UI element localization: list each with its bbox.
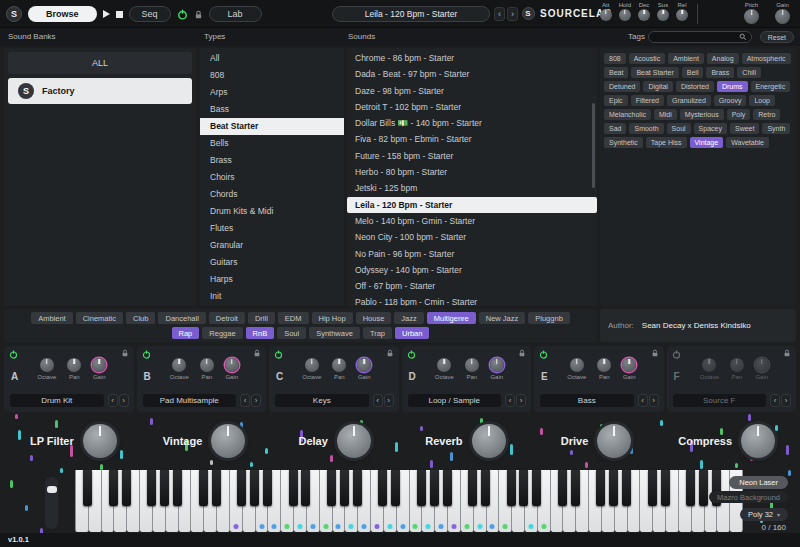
black-key[interactable] <box>109 470 118 506</box>
next-sample-button[interactable]: › <box>781 394 791 407</box>
sound-item[interactable]: Daze - 98 bpm - Starter <box>347 83 597 99</box>
pan-knob[interactable] <box>67 358 81 372</box>
reset-button[interactable]: Reset <box>760 31 794 43</box>
tag-synthetic[interactable]: Synthetic <box>604 137 643 148</box>
next-sample-button[interactable]: › <box>119 394 129 407</box>
black-key[interactable] <box>289 470 298 506</box>
tag-mysterious[interactable]: Mysterious <box>680 109 724 120</box>
genre-multigenre[interactable]: Multigenre <box>427 312 476 324</box>
channel-name-selector[interactable]: Source F <box>673 394 767 407</box>
bank-item-factory[interactable]: SFactory <box>8 78 192 104</box>
type-item-arps[interactable]: Arps <box>200 84 344 101</box>
sound-item[interactable]: Pablo - 118 bpm - Cmin - Starter <box>347 294 597 306</box>
tag-acoustic[interactable]: Acoustic <box>629 53 665 64</box>
black-key[interactable] <box>686 470 695 506</box>
sounds-scrollbar[interactable] <box>592 103 595 188</box>
tag-chill[interactable]: Chill <box>737 67 761 78</box>
fx-knob-delay[interactable] <box>337 424 371 458</box>
black-key[interactable] <box>263 470 272 506</box>
black-key[interactable] <box>237 470 246 506</box>
sound-item[interactable]: Detroit T - 102 bpm - Starter <box>347 99 597 115</box>
channel-power-icon[interactable] <box>9 350 18 359</box>
prev-sample-button[interactable]: ‹ <box>505 394 515 407</box>
channel-power-icon[interactable] <box>142 350 151 359</box>
sound-item[interactable]: Dollar Bills 💵 - 140 bpm - Starter <box>347 115 597 131</box>
black-key[interactable] <box>609 470 618 506</box>
white-key[interactable] <box>102 470 115 532</box>
pitch-wheel[interactable] <box>45 477 58 529</box>
pan-knob[interactable] <box>332 358 346 372</box>
pan-knob[interactable] <box>465 358 479 372</box>
tag-synth[interactable]: Synth <box>762 123 790 134</box>
white-key[interactable] <box>230 470 243 532</box>
sound-item[interactable]: Future - 158 bpm - Starter <box>347 148 597 164</box>
black-key[interactable] <box>648 470 657 506</box>
tag-beat[interactable]: Beat <box>604 67 628 78</box>
fx-knob-lp-filter[interactable] <box>83 424 117 458</box>
black-key[interactable] <box>571 470 580 506</box>
sound-item[interactable]: Leila - 120 Bpm - Starter <box>347 197 597 213</box>
tag-sweet[interactable]: Sweet <box>730 123 759 134</box>
fx-knob-vintage[interactable] <box>211 424 245 458</box>
type-item-choirs[interactable]: Choirs <box>200 169 344 186</box>
pitch-wheel-thumb[interactable] <box>47 486 57 493</box>
pan-knob[interactable] <box>730 358 744 372</box>
tag-epic[interactable]: Epic <box>604 95 628 106</box>
white-key[interactable] <box>410 470 423 532</box>
sound-item[interactable]: Fiva - 82 bpm - Ebmin - Starter <box>347 131 597 147</box>
dec-knob[interactable] <box>638 9 650 21</box>
genre-jazz[interactable]: Jazz <box>394 312 423 324</box>
type-item-bells[interactable]: Bells <box>200 135 344 152</box>
sound-item[interactable]: Herbo - 80 bpm - Starter <box>347 164 597 180</box>
prev-sample-button[interactable]: ‹ <box>240 394 250 407</box>
genre-hip-hop[interactable]: Hip Hop <box>312 312 353 324</box>
black-key[interactable] <box>699 470 708 506</box>
genre-rnb[interactable]: RnB <box>246 327 275 339</box>
gain-knob[interactable] <box>490 358 504 372</box>
white-key[interactable] <box>191 470 204 532</box>
octave-knob[interactable] <box>172 358 186 372</box>
channel-power-icon[interactable] <box>539 350 548 359</box>
black-key[interactable] <box>507 470 516 506</box>
black-key[interactable] <box>532 470 541 506</box>
tag-retro[interactable]: Retro <box>753 109 780 120</box>
type-item-808[interactable]: 808 <box>200 67 344 84</box>
channel-power-icon[interactable] <box>274 350 283 359</box>
black-key[interactable] <box>558 470 567 506</box>
master-gain-knob[interactable] <box>775 9 790 24</box>
black-key[interactable] <box>622 470 631 506</box>
black-key[interactable] <box>417 470 426 506</box>
octave-knob[interactable] <box>437 358 451 372</box>
white-key[interactable] <box>640 470 653 532</box>
channel-name-selector[interactable]: Drum Kit <box>10 394 104 407</box>
poly-mode-selector[interactable]: Poly 32 ▾ <box>740 508 788 521</box>
octave-knob[interactable] <box>570 358 584 372</box>
tag-loop[interactable]: Loop <box>749 95 775 106</box>
sound-item[interactable]: Odyssey - 140 bpm - Starter <box>347 262 597 278</box>
gain-knob[interactable] <box>225 358 239 372</box>
prev-sample-button[interactable]: ‹ <box>638 394 648 407</box>
black-key[interactable] <box>468 470 477 506</box>
octave-knob[interactable] <box>305 358 319 372</box>
channel-power-icon[interactable] <box>407 350 416 359</box>
black-key[interactable] <box>301 470 310 506</box>
channel-name-selector[interactable]: Loop / Sample <box>408 394 502 407</box>
white-key[interactable] <box>75 470 89 532</box>
tag-ambient[interactable]: Ambient <box>668 53 704 64</box>
next-sample-button[interactable]: › <box>251 394 261 407</box>
tag-drums[interactable]: Drums <box>717 81 748 92</box>
next-sample-button[interactable]: › <box>649 394 659 407</box>
channel-lock-icon[interactable] <box>386 349 394 357</box>
browse-button[interactable]: Browse <box>28 6 97 22</box>
genre-reggae[interactable]: Reggae <box>202 327 242 339</box>
tag-groovy[interactable]: Groovy <box>714 95 747 106</box>
sound-item[interactable]: Chrome - 86 bpm - Starter <box>347 50 597 66</box>
tag-energetic[interactable]: Energetic <box>751 81 791 92</box>
genre-new-jazz[interactable]: New Jazz <box>479 312 526 324</box>
pan-knob[interactable] <box>200 358 214 372</box>
background-theme-button[interactable]: Mazro Background <box>709 491 788 503</box>
preset-next-button[interactable]: › <box>507 7 518 21</box>
genre-dancehall[interactable]: Dancehall <box>158 312 205 324</box>
lock-icon[interactable] <box>194 10 203 19</box>
black-key[interactable] <box>430 470 439 506</box>
